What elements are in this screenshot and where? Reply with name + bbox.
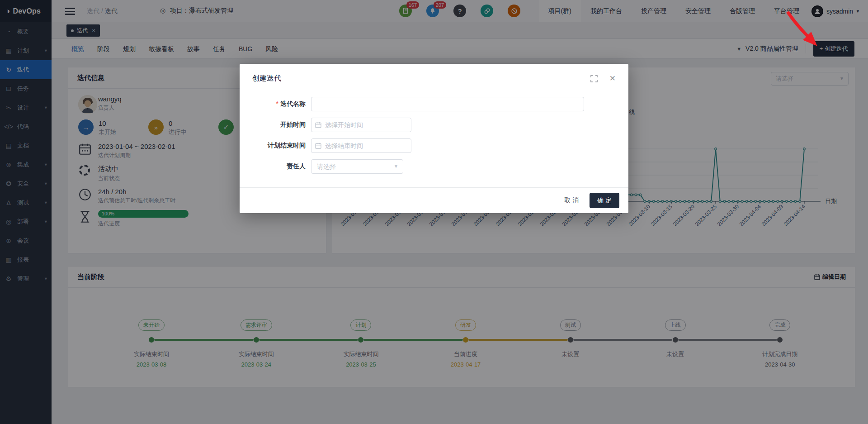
close-icon[interactable]: ✕	[609, 75, 616, 82]
cancel-button[interactable]: 取 消	[557, 193, 586, 208]
dialog-form: *迭代名称 开始时间 计划结束时间 责任人 请选择	[240, 97, 628, 174]
field-end-time: 计划结束时间	[240, 138, 628, 153]
confirm-button[interactable]: 确 定	[590, 193, 619, 208]
chevron-down-icon: ▼	[394, 160, 398, 173]
field-start-time: 开始时间	[240, 118, 628, 132]
dialog-title: 创建迭代	[252, 74, 281, 82]
field-iteration-name: *迭代名称	[240, 97, 628, 111]
calendar-icon	[315, 143, 321, 149]
calendar-icon	[315, 122, 321, 128]
devops-app: ◑ DevOps ◔概要▦计划▼↻迭代⊟任务✂设计▼</>代码▤文档⊚集成▼✪安…	[0, 0, 868, 424]
required-asterisk: *	[276, 100, 278, 107]
field-owner: 责任人 请选择 ▼	[240, 159, 628, 174]
end-time-input[interactable]	[311, 138, 411, 153]
owner-select[interactable]: 请选择 ▼	[311, 159, 403, 174]
dialog-footer: 取 消 确 定	[240, 187, 628, 213]
fullscreen-icon[interactable]	[590, 75, 598, 82]
iteration-name-input[interactable]	[311, 97, 584, 111]
start-time-input[interactable]	[311, 118, 411, 132]
create-iteration-dialog: 创建迭代 ✕ *迭代名称 开始时间 计划结束时间	[240, 64, 628, 213]
